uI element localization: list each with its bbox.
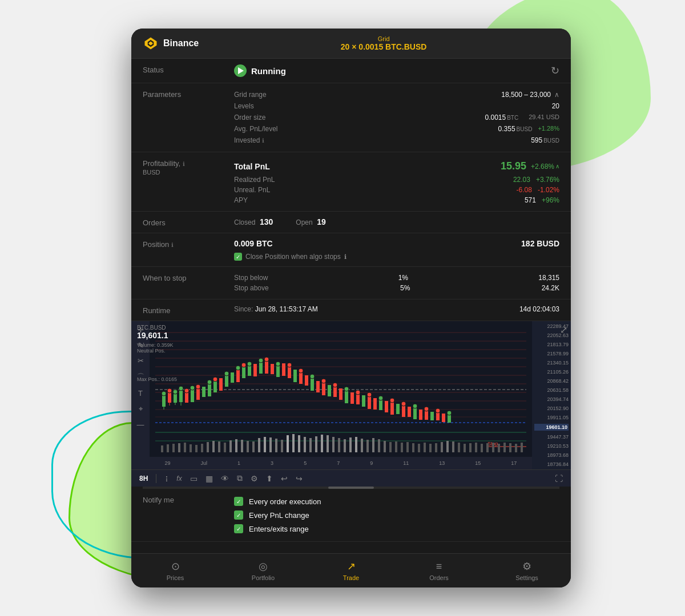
volume-label: Volume: 0.359K xyxy=(137,342,177,348)
svg-point-164 xyxy=(390,398,394,403)
svg-rect-59 xyxy=(384,441,386,452)
svg-rect-54 xyxy=(355,437,357,452)
svg-rect-93 xyxy=(191,390,194,402)
svg-point-141 xyxy=(173,390,178,394)
svg-rect-48 xyxy=(321,435,323,452)
status-content: Running ↻ xyxy=(234,64,559,77)
svg-rect-70 xyxy=(446,441,449,452)
avg-pnl-label: Avg. PnL/level xyxy=(234,125,278,133)
status-label: Status xyxy=(143,64,234,74)
svg-point-168 xyxy=(436,408,440,413)
svg-rect-77 xyxy=(486,443,489,452)
node-tool-icon[interactable]: ⌖ xyxy=(139,404,143,414)
nav-item-prices[interactable]: ⊙ Prices xyxy=(131,560,219,581)
svg-rect-41 xyxy=(281,440,283,452)
apy-label: APY xyxy=(234,196,248,204)
close-position-text: Close Position when algo stops xyxy=(245,253,341,261)
text-tool-icon[interactable]: T xyxy=(138,389,143,398)
rectangle-icon[interactable]: ▭ xyxy=(190,474,198,483)
svg-rect-43 xyxy=(292,434,295,452)
order-size-usd: 29.41 USD xyxy=(529,114,559,121)
link-tool-icon[interactable]: — xyxy=(137,420,144,429)
position-btc: 0.009 BTC xyxy=(234,239,273,248)
portfolio-label: Portfolio xyxy=(252,574,275,581)
status-section: Status Running ↻ xyxy=(131,59,571,83)
svg-rect-31 xyxy=(224,443,226,452)
time-label: 3 xyxy=(271,460,273,466)
close-position-row: ✓ Close Position when algo stops ℹ xyxy=(234,253,559,261)
svg-rect-52 xyxy=(344,439,346,452)
nav-item-trade[interactable]: ↗ Trade xyxy=(307,560,395,581)
svg-rect-42 xyxy=(287,435,289,452)
refresh-icon[interactable]: ↻ xyxy=(551,64,559,77)
share-icon[interactable]: ⬆ xyxy=(266,474,273,483)
time-label: 29 xyxy=(165,460,171,466)
chart-expand-icon[interactable]: ⤢ xyxy=(560,325,567,335)
svg-rect-20 xyxy=(161,445,163,452)
svg-rect-130 xyxy=(402,406,405,417)
status-row: Running ↻ xyxy=(234,64,559,77)
svg-rect-136 xyxy=(436,412,440,420)
play-triangle xyxy=(238,67,244,74)
parameters-section: Parameters Grid range 18,500 – 23,000 ∧ … xyxy=(131,83,571,152)
stop-below-label: Stop below xyxy=(234,274,268,282)
chart-type-icon[interactable]: ▦ xyxy=(206,474,213,483)
binance-logo: Binance xyxy=(143,35,199,51)
runtime-label: Runtime xyxy=(143,305,234,315)
runtime-content: Since: Jun 28, 11:53:17 AM 14d 02:04:03 xyxy=(234,305,559,313)
open-label: Open xyxy=(296,218,312,226)
total-pnl-row: Total PnL 15.95 +2.68% ∧ xyxy=(234,158,559,175)
layers-icon[interactable]: ⧉ xyxy=(237,473,243,483)
redo-icon[interactable]: ↪ xyxy=(296,474,303,483)
svg-point-158 xyxy=(321,379,326,383)
notify-range-checkbox[interactable]: ✓ xyxy=(234,524,243,533)
svg-point-139 xyxy=(162,391,166,396)
position-busd: 182 BUSD xyxy=(521,239,559,248)
close-position-checkbox[interactable]: ✓ xyxy=(234,253,242,261)
timeframe-button[interactable]: 8H xyxy=(139,475,148,483)
svg-point-147 xyxy=(213,377,217,382)
nav-item-settings[interactable]: ⚙ Settings xyxy=(483,560,571,581)
nav-item-orders[interactable]: ≡ Orders xyxy=(395,561,483,581)
notify-content: ✓ Every order execution ✓ Every PnL chan… xyxy=(234,495,559,536)
levels-value: 20 xyxy=(552,102,559,110)
position-content: 0.009 BTC 182 BUSD ✓ Close Position when… xyxy=(234,239,559,261)
svg-rect-99 xyxy=(225,375,228,387)
open-orders: Open 19 xyxy=(296,217,326,226)
orders-label: Orders xyxy=(143,217,234,227)
parameters-table: Grid range 18,500 – 23,000 ∧ Levels 20 O… xyxy=(234,89,559,146)
notify-item-pnl: ✓ Every PnL change xyxy=(234,508,559,522)
svg-rect-133 xyxy=(419,410,422,420)
close-position-info-icon: ℹ xyxy=(344,253,346,261)
svg-point-169 xyxy=(447,411,452,415)
apy-value: 571 xyxy=(525,196,536,204)
grid-range-row: Grid range 18,500 – 23,000 ∧ xyxy=(234,89,559,100)
time-label: 13 xyxy=(439,460,445,466)
chart-price: 19,601.1 xyxy=(137,331,177,340)
svg-point-146 xyxy=(207,380,212,384)
nav-item-portfolio[interactable]: ◎ Portfolio xyxy=(219,560,307,581)
closed-orders: Closed 130 xyxy=(234,217,273,226)
position-section: Position ℹ 0.009 BTC 182 BUSD ✓ Close Po… xyxy=(131,233,571,267)
fullscreen-icon[interactable]: ⛶ xyxy=(555,474,563,483)
chart-svg: Stop xyxy=(150,321,532,457)
svg-rect-33 xyxy=(235,439,237,452)
settings-chart-icon[interactable]: ⚙ xyxy=(251,474,258,483)
svg-rect-76 xyxy=(481,444,483,452)
fx-icon[interactable]: fx xyxy=(176,475,182,483)
header-center: Grid 20 × 0.0015 BTC.BUSD xyxy=(208,35,559,51)
svg-rect-46 xyxy=(309,438,312,452)
invested-label: Invested ℹ xyxy=(234,136,264,144)
play-icon xyxy=(234,64,247,77)
svg-rect-94 xyxy=(196,388,200,400)
svg-rect-92 xyxy=(185,392,188,403)
undo-icon[interactable]: ↩ xyxy=(281,474,288,483)
svg-rect-109 xyxy=(282,363,285,376)
max-pos-label: Max Pos.: 0.0165 xyxy=(137,376,177,382)
neutral-pos-label: Neutral Pos. xyxy=(137,348,177,354)
notify-order-checkbox[interactable]: ✓ xyxy=(234,497,243,506)
eye-icon[interactable]: 👁 xyxy=(221,474,229,483)
time-label: 7 xyxy=(337,460,340,466)
notify-pnl-checkbox[interactable]: ✓ xyxy=(234,510,243,520)
indicators-icon[interactable]: ⫶ xyxy=(164,474,168,483)
